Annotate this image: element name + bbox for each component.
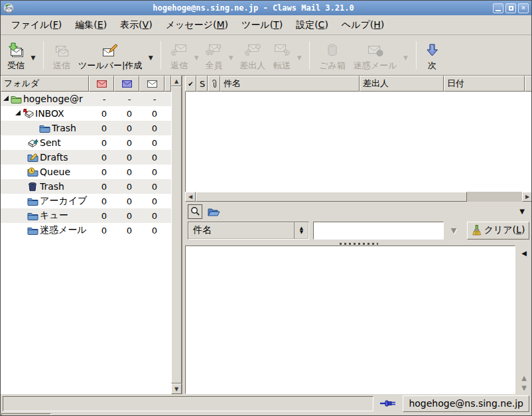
spam-button[interactable]: 迷惑メール <box>350 37 401 74</box>
folder-row-queue[interactable]: Queue 0 0 0 <box>1 165 171 179</box>
menu-help[interactable]: ヘルプ(H) <box>335 17 391 34</box>
new-mail-column-header[interactable] <box>89 76 114 92</box>
folder-column-header[interactable]: フォルダ <box>1 76 89 92</box>
expander-icon[interactable] <box>15 110 21 115</box>
compose-button[interactable]: ツールバー|作成 <box>74 37 146 74</box>
account-selector-button[interactable]: hogehoge@ns.sing.ne.jp <box>403 395 529 412</box>
inbox-icon <box>23 109 35 118</box>
mime-collapse-arrow[interactable]: ◀ <box>521 249 527 257</box>
attachment-column-header[interactable] <box>208 76 220 92</box>
quick-search-button[interactable] <box>188 204 202 219</box>
scroll-left-arrow[interactable]: ◀ <box>185 192 196 202</box>
reply-dropdown-arrow[interactable]: ▼ <box>192 41 201 74</box>
from-column-header[interactable]: 差出人 <box>360 76 444 92</box>
folder-pane-scrollbar[interactable]: ▲ ▼ <box>171 76 182 394</box>
toolbar-separator <box>416 41 417 70</box>
forward-icon <box>273 41 291 60</box>
message-pane: ✔ S 件名 差出人 日付 ◀ ▶ ▼ <box>185 76 532 394</box>
folder-row-inbox[interactable]: INBOX 0 0 0 <box>1 106 171 121</box>
compose-dropdown-arrow[interactable]: ▼ <box>146 41 155 74</box>
receive-button[interactable]: 受信 <box>3 37 29 74</box>
reply-sender-button[interactable]: 差出人 <box>235 37 269 74</box>
folder-tree: フォルダ hogehoge@r - <box>1 76 171 394</box>
send-mail-icon <box>54 41 70 60</box>
menu-message[interactable]: メッセージ(M) <box>159 17 235 34</box>
reply-all-button[interactable]: 全員 <box>201 37 226 74</box>
clear-button[interactable]: クリア(L) <box>467 222 529 240</box>
mime-icon-strip: ◀ ▲ ▼ <box>515 245 532 394</box>
total-mail-column-header[interactable] <box>139 76 165 92</box>
mark-column-header[interactable]: ✔ <box>185 76 196 92</box>
menu-tools[interactable]: ツール(T) <box>235 17 289 34</box>
claws-mail-window: hogehoge@ns.sing.ne.jp - Claws Mail 3.21… <box>0 0 532 416</box>
search-history-dropdown-arrow[interactable]: ▼ <box>445 222 462 240</box>
expander-icon[interactable] <box>3 96 9 101</box>
drafts-folder-icon <box>27 153 40 162</box>
folder-row-archive[interactable]: アーカイブ 0 0 0 <box>1 194 171 208</box>
folder-row-inbox-trash[interactable]: Trash 0 0 0 <box>1 121 171 135</box>
scroll-right-arrow[interactable]: ▶ <box>522 192 532 202</box>
status-column-header[interactable]: S <box>196 76 208 92</box>
trash-button[interactable]: ごみ箱 <box>315 37 350 74</box>
quick-search-bar: 件名 ▲▼ ▼ クリア(L) <box>185 221 532 242</box>
folder-row-sent[interactable]: Sent 0 0 0 <box>1 135 171 150</box>
bottom-strip <box>1 413 531 416</box>
open-folder-icon[interactable] <box>208 207 220 216</box>
reply-all-dropdown-arrow[interactable]: ▼ <box>226 41 235 74</box>
forward-button[interactable]: 転送 <box>269 37 295 74</box>
menu-file[interactable]: ファイル(F) <box>5 17 68 34</box>
title-bar[interactable]: hogehoge@ns.sing.ne.jp - Claws Mail 3.21… <box>1 1 531 15</box>
menu-edit[interactable]: 編集(E) <box>68 17 113 34</box>
combo-spinner-icon[interactable]: ▲▼ <box>294 222 308 239</box>
message-view[interactable] <box>185 245 515 394</box>
unread-mail-column-header[interactable] <box>114 76 139 92</box>
account-folder-icon <box>11 95 23 104</box>
subject-column-header[interactable]: 件名 <box>220 76 360 92</box>
search-type-combobox[interactable]: 件名 ▲▼ <box>188 222 309 240</box>
folder-row-spam[interactable]: 迷惑メール 0 0 0 <box>1 223 171 238</box>
message-list-header: ✔ S 件名 差出人 日付 <box>185 76 532 92</box>
mime-scroll-up-arrow[interactable]: ▲ <box>521 374 527 381</box>
folder-row-trash[interactable]: Trash 0 0 0 <box>1 179 171 194</box>
window-title: hogehoge@ns.sing.ne.jp - Claws Mail 3.21… <box>14 3 493 13</box>
folder-row-drafts[interactable]: Drafts 0 0 0 <box>1 150 171 165</box>
scroll-down-arrow[interactable]: ▼ <box>171 383 182 394</box>
menu-view[interactable]: 表示(V) <box>113 17 159 34</box>
unread-mail-envelope-icon <box>122 80 132 88</box>
folder-pane: フォルダ hogehoge@r - <box>1 76 182 394</box>
folder-icon <box>39 124 52 133</box>
scrollbar-thumb[interactable] <box>171 86 182 383</box>
search-type-value: 件名 <box>193 224 212 236</box>
mime-scroll-down-arrow[interactable]: ▼ <box>521 384 527 391</box>
close-button[interactable]: ✕ <box>518 3 529 13</box>
forward-dropdown-arrow[interactable]: ▼ <box>295 41 304 74</box>
minimize-button[interactable] <box>493 3 503 13</box>
send-button[interactable]: 送信 <box>49 37 74 74</box>
folder-row-queue-jp[interactable]: キュー 0 0 0 <box>1 208 171 223</box>
receive-dropdown-arrow[interactable]: ▼ <box>29 41 38 74</box>
receive-mail-icon <box>7 41 25 60</box>
scroll-up-arrow[interactable]: ▲ <box>171 76 182 86</box>
spam-icon <box>367 41 384 60</box>
folder-row-account[interactable]: hogehoge@r - - - <box>1 92 171 106</box>
next-button[interactable]: 次 <box>422 37 443 74</box>
message-list-hscrollbar[interactable]: ◀ ▶ <box>185 192 532 202</box>
scrollbar-thumb[interactable] <box>196 192 467 202</box>
total-mail-envelope-icon <box>147 80 157 88</box>
folder-list-header: フォルダ <box>1 76 171 92</box>
message-list[interactable] <box>185 92 532 192</box>
reply-button[interactable]: 返信 <box>166 37 192 74</box>
quick-search-toggle-row: ▼ <box>185 202 532 221</box>
menu-configuration[interactable]: 設定(C) <box>289 17 335 34</box>
search-input[interactable] <box>313 222 444 240</box>
quick-search-options-arrow[interactable]: ▼ <box>519 208 525 215</box>
folder-icon <box>27 226 40 235</box>
date-column-header[interactable]: 日付 <box>444 76 525 92</box>
reply-sender-icon <box>244 41 261 60</box>
toolbar-separator <box>161 41 161 70</box>
reply-icon <box>170 41 188 60</box>
maximize-button[interactable] <box>505 3 516 13</box>
spam-dropdown-arrow[interactable]: ▼ <box>401 41 411 74</box>
menu-bar: ファイル(F) 編集(E) 表示(V) メッセージ(M) ツール(T) 設定(C… <box>1 15 531 35</box>
compose-mail-icon <box>101 41 119 60</box>
